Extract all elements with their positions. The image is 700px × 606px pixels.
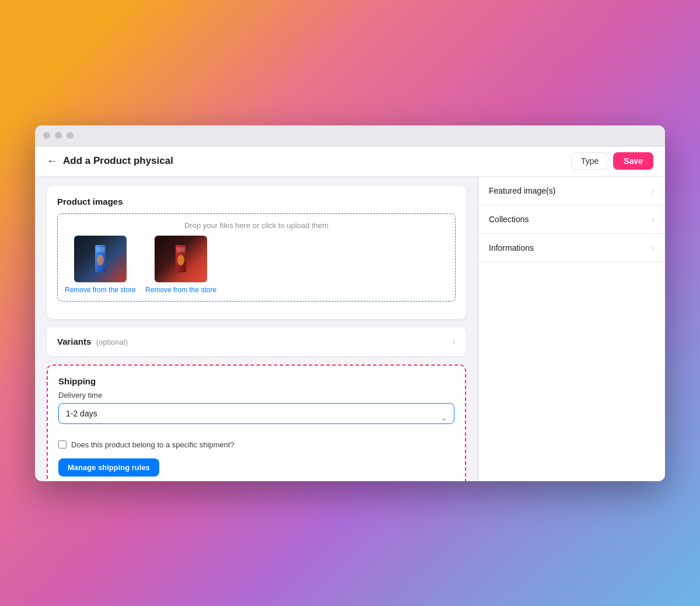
page-title: Add a Product physical — [63, 155, 173, 167]
featured-chevron-icon: › — [652, 186, 654, 195]
shipment-checkbox[interactable] — [58, 440, 66, 449]
manage-shipping-button[interactable]: Manage shipping rules — [58, 458, 159, 477]
drop-zone[interactable]: Drop your files here or click to upload … — [57, 213, 456, 302]
type-button[interactable]: Type — [571, 152, 608, 170]
collections-chevron-icon: › — [652, 215, 654, 224]
drop-hint-text: Drop your files here or click to upload … — [65, 221, 448, 230]
topbar-right: Type Save — [571, 152, 653, 170]
sidebar-item-featured-label: Featured image(s) — [489, 186, 555, 195]
topbar-left: ← Add a Product physical — [47, 155, 571, 167]
delivery-select-wrapper: 1-2 days 3-5 days 5-7 days 7-14 days ⌄ — [58, 403, 454, 432]
app-window: ← Add a Product physical Type Save Produ… — [35, 125, 665, 481]
svg-rect-1 — [96, 247, 104, 252]
sidebar-item-collections-label: Collections — [489, 215, 528, 224]
shipping-title: Shipping — [58, 376, 454, 386]
content-area: Product images Drop your files here or c… — [35, 177, 665, 481]
traffic-dot-green — [66, 132, 74, 139]
image-item-2: Remove from the store — [145, 236, 216, 294]
shipment-checkbox-label[interactable]: Does this product belong to a specific s… — [71, 440, 235, 449]
variants-chevron-icon: › — [453, 337, 456, 346]
product-image-1 — [74, 236, 127, 282]
informations-chevron-icon: › — [652, 243, 654, 253]
save-button[interactable]: Save — [613, 152, 653, 170]
svg-point-2 — [97, 255, 104, 265]
sidebar-item-collections[interactable]: Collections › — [478, 205, 665, 234]
remove-image-2-link[interactable]: Remove from the store — [145, 286, 216, 294]
topbar: ← Add a Product physical Type Save — [35, 146, 665, 177]
side-panel: Featured image(s) › Collections › Inform… — [478, 177, 665, 481]
sidebar-item-featured-images[interactable]: Featured image(s) › — [478, 177, 665, 205]
traffic-dot-red — [43, 132, 50, 139]
main-panel: Product images Drop your files here or c… — [35, 177, 478, 481]
variants-title: Variants (optional) — [57, 337, 128, 347]
delivery-time-label: Delivery time — [58, 391, 454, 400]
remove-image-1-link[interactable]: Remove from the store — [65, 286, 136, 294]
traffic-dot-yellow — [55, 132, 62, 139]
image-item-1: Remove from the store — [65, 236, 136, 294]
shipping-card: Shipping Delivery time 1-2 days 3-5 days… — [47, 365, 466, 481]
window-body: ← Add a Product physical Type Save Produ… — [35, 146, 665, 481]
svg-rect-4 — [177, 247, 185, 252]
sidebar-item-informations-label: Informations — [489, 243, 534, 253]
variants-card[interactable]: Variants (optional) › — [47, 327, 466, 356]
titlebar — [35, 125, 665, 146]
product-image-2 — [155, 236, 207, 282]
product-images-card: Product images Drop your files here or c… — [47, 186, 466, 319]
back-button[interactable]: ← — [47, 155, 57, 167]
shipment-checkbox-row: Does this product belong to a specific s… — [58, 440, 454, 449]
sidebar-item-informations[interactable]: Informations › — [478, 234, 665, 262]
delivery-time-select[interactable]: 1-2 days 3-5 days 5-7 days 7-14 days — [58, 403, 454, 424]
svg-point-5 — [177, 255, 184, 265]
images-row: Remove from the store — [65, 236, 448, 294]
product-images-title: Product images — [57, 197, 456, 206]
